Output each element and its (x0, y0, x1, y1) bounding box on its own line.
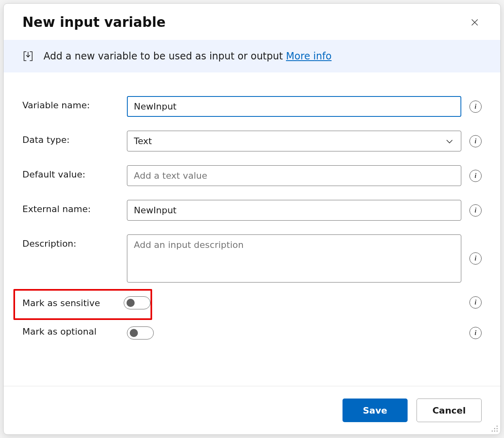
more-info-link[interactable]: More info (286, 50, 332, 62)
save-button[interactable]: Save (343, 399, 408, 422)
info-icon[interactable]: i (469, 296, 482, 309)
label-default-value: Default value: (22, 165, 122, 180)
row-mark-sensitive: Mark as sensitive i (22, 296, 482, 309)
external-name-input[interactable] (127, 200, 461, 221)
svg-point-5 (492, 431, 493, 432)
close-button[interactable] (468, 15, 482, 29)
row-data-type: Data type: Text i (22, 131, 482, 151)
info-icon[interactable]: i (469, 204, 482, 217)
form-body: Variable name: i Data type: Text i Defau… (4, 72, 500, 386)
input-variable-icon (22, 50, 34, 62)
dialog-header: New input variable (4, 4, 500, 40)
row-default-value: Default value: i (22, 165, 482, 186)
info-icon[interactable]: i (469, 135, 482, 147)
info-icon[interactable]: i (469, 101, 482, 113)
mark-sensitive-toggle[interactable] (124, 296, 151, 309)
banner-text-content: Add a new variable to be used as input o… (44, 50, 286, 62)
new-input-variable-dialog: New input variable Add a new variable to… (3, 3, 501, 435)
description-input[interactable] (127, 234, 461, 283)
svg-point-7 (497, 426, 498, 427)
row-external-name: External name: i (22, 200, 482, 221)
svg-point-3 (494, 431, 495, 432)
row-mark-optional: Mark as optional i (22, 326, 482, 339)
resize-grip-icon[interactable] (489, 423, 499, 433)
data-type-select[interactable]: Text (127, 131, 461, 151)
svg-point-4 (497, 428, 498, 429)
label-data-type: Data type: (22, 131, 122, 145)
close-icon (470, 18, 479, 27)
sensitive-highlight: Mark as sensitive (13, 289, 152, 320)
label-mark-sensitive: Mark as sensitive (22, 298, 124, 308)
cancel-button[interactable]: Cancel (417, 399, 482, 422)
info-icon[interactable]: i (469, 327, 482, 339)
info-icon[interactable]: i (469, 170, 482, 182)
dialog-footer: Save Cancel (4, 386, 500, 434)
default-value-input[interactable] (127, 165, 461, 186)
toggle-knob (127, 299, 135, 307)
row-variable-name: Variable name: i (22, 96, 482, 117)
variable-name-input[interactable] (127, 96, 461, 117)
svg-point-2 (497, 431, 498, 432)
banner-text: Add a new variable to be used as input o… (44, 50, 332, 62)
chevron-down-icon (445, 136, 454, 146)
mark-optional-toggle[interactable] (127, 326, 154, 339)
svg-point-6 (494, 428, 495, 429)
label-description: Description: (22, 234, 122, 249)
label-mark-optional: Mark as optional (22, 326, 122, 337)
info-banner: Add a new variable to be used as input o… (4, 40, 500, 72)
toggle-knob (130, 329, 138, 337)
dialog-title: New input variable (22, 14, 166, 30)
label-external-name: External name: (22, 200, 122, 214)
data-type-value: Text (134, 136, 152, 146)
info-icon[interactable]: i (469, 252, 482, 265)
label-variable-name: Variable name: (22, 96, 122, 110)
row-description: Description: i (22, 234, 482, 283)
